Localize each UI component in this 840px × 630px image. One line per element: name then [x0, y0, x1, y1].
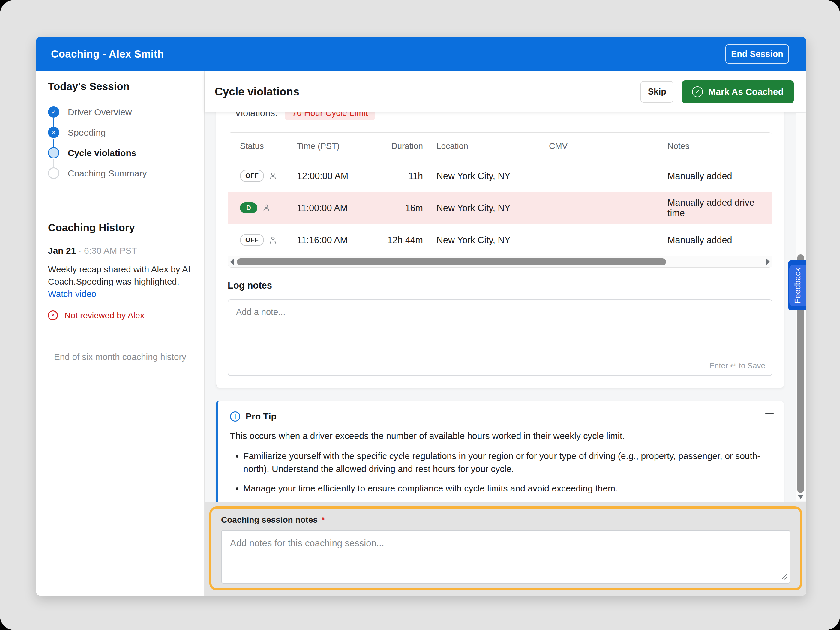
pro-tip-card: i Pro Tip This occurs when a driver exce… — [216, 401, 784, 502]
scroll-viewport: Violations: 70 Hour Cycle Limit Status T… — [205, 112, 807, 502]
time-cell: 11:00:00 AM — [297, 203, 387, 213]
sidebar: Today's Session ✓ Driver Overview ✕ Spee… — [36, 71, 205, 595]
table-row[interactable]: OFF 12:00:00 AM 11h New York City, NY Ma… — [228, 159, 772, 192]
skip-button[interactable]: Skip — [641, 81, 674, 103]
coaching-window: Coaching - Alex Smith End Session Today'… — [36, 36, 807, 595]
hos-log-table: Status Time (PST) Duration Location CMV … — [228, 132, 772, 268]
table-header-row: Status Time (PST) Duration Location CMV … — [228, 133, 772, 159]
coaching-history-heading: Coaching History — [48, 222, 192, 234]
status-cell: OFF — [240, 234, 297, 246]
step-connector — [53, 118, 54, 127]
step-coaching-summary[interactable]: Coaching Summary — [48, 167, 192, 188]
scroll-left-arrow-icon[interactable] — [230, 259, 234, 265]
session-notes-highlight-box: Coaching session notes * — [209, 507, 802, 591]
session-notes-label: Coaching session notes — [221, 515, 318, 524]
violations-label: Violations: — [235, 112, 278, 118]
driver-person-icon — [268, 235, 278, 245]
violations-card: Violations: 70 Hour Cycle Limit Status T… — [216, 112, 784, 388]
todays-session-heading: Today's Session — [48, 81, 192, 92]
info-icon: i — [230, 411, 240, 422]
log-notes-field-wrap: Enter ↵ to Save — [228, 299, 772, 376]
step-label: Speeding — [68, 126, 106, 138]
violations-row: Violations: 70 Hour Cycle Limit — [235, 112, 784, 120]
step-connector — [53, 159, 54, 168]
pro-tip-list: Familiarize yourself with the specific c… — [233, 449, 771, 495]
scroll-right-arrow-icon[interactable] — [766, 259, 770, 265]
table-horizontal-scrollbar[interactable] — [228, 256, 772, 267]
step-connector — [53, 139, 54, 148]
duration-cell: 11h — [387, 171, 423, 181]
required-asterisk: * — [322, 515, 325, 524]
window-body: Today's Session ✓ Driver Overview ✕ Spee… — [36, 71, 807, 595]
step-upcoming-icon — [48, 167, 59, 179]
duration-cell: 16m — [387, 203, 423, 213]
status-off-badge: OFF — [240, 234, 264, 246]
location-cell: New York City, NY — [423, 203, 549, 213]
session-stepper: ✓ Driver Overview ✕ Speeding Cycle viola… — [48, 106, 192, 188]
notes-cell: Manually added — [668, 235, 772, 245]
history-separator: · — [79, 246, 82, 256]
notes-cell: Manually added — [668, 171, 772, 181]
session-notes-input[interactable] — [222, 531, 790, 583]
log-notes-input[interactable] — [228, 300, 772, 375]
history-summary: Weekly recap shared with Alex by AI Coac… — [48, 263, 192, 288]
log-notes-heading: Log notes — [228, 280, 772, 291]
pro-tip-intro: This occurs when a driver exceeds the nu… — [230, 429, 771, 442]
col-location: Location — [423, 141, 549, 151]
location-cell: New York City, NY — [423, 171, 549, 181]
scroll-down-arrow-icon[interactable] — [798, 495, 804, 499]
col-status: Status — [240, 141, 297, 151]
pro-tip-title: Pro Tip — [246, 411, 276, 422]
col-duration: Duration — [387, 141, 423, 151]
step-cycle-violations[interactable]: Cycle violations — [48, 147, 192, 167]
mark-as-coached-label: Mark As Coached — [708, 87, 783, 97]
pro-tip-header: i Pro Tip — [230, 411, 771, 422]
session-notes-label-row: Coaching session notes * — [221, 515, 791, 525]
step-current-icon — [48, 147, 59, 158]
check-circle-icon: ✓ — [692, 87, 703, 97]
end-session-button[interactable]: End Session — [725, 44, 789, 63]
table-row[interactable]: OFF 11:16:00 AM 12h 44m New York City, N… — [228, 224, 772, 256]
history-entry-meta: Jan 21 · 6:30 AM PST — [48, 246, 192, 256]
step-label: Driver Overview — [68, 106, 132, 117]
location-cell: New York City, NY — [423, 235, 549, 245]
titlebar: Coaching - Alex Smith End Session — [36, 36, 807, 71]
end-of-history-label: End of six month coaching history — [48, 352, 192, 362]
history-date: Jan 21 — [48, 246, 76, 256]
session-notes-field-wrap — [221, 530, 791, 584]
col-time: Time (PST) — [297, 141, 387, 151]
session-notes-strip: Coaching session notes * — [205, 502, 807, 595]
window-title: Coaching - Alex Smith — [51, 48, 164, 60]
step-completed-check-icon: ✓ — [48, 106, 59, 118]
mark-as-coached-button[interactable]: ✓ Mark As Coached — [682, 81, 794, 103]
step-label: Coaching Summary — [68, 167, 147, 178]
history-review-status: ✕ Not reviewed by Alex — [48, 311, 192, 321]
page-background: Coaching - Alex Smith End Session Today'… — [0, 0, 840, 630]
table-row-violation[interactable]: D 11:00:00 AM 16m New York City, NY Manu… — [228, 192, 772, 224]
step-failed-x-icon: ✕ — [48, 126, 59, 138]
violation-type-badge: 70 Hour Cycle Limit — [285, 112, 374, 120]
feedback-tab-label: Feedback — [793, 268, 802, 303]
status-cell: D — [240, 202, 297, 213]
step-driver-overview[interactable]: ✓ Driver Overview — [48, 106, 192, 126]
header-actions: Skip ✓ Mark As Coached — [641, 81, 794, 103]
main-panel: Cycle violations Skip ✓ Mark As Coached … — [205, 71, 807, 595]
step-label: Cycle violations — [68, 147, 136, 158]
time-cell: 12:00:00 AM — [297, 171, 387, 181]
status-drive-badge: D — [240, 202, 257, 213]
horizontal-scroll-thumb[interactable] — [237, 258, 666, 265]
history-time: 6:30 AM PST — [84, 246, 137, 256]
col-notes: Notes — [668, 141, 772, 151]
status-off-badge: OFF — [240, 170, 264, 182]
duration-cell: 12h 44m — [387, 235, 423, 245]
watch-video-link[interactable]: Watch video — [48, 289, 96, 299]
time-cell: 11:16:00 AM — [297, 235, 387, 245]
pro-tip-bullet: Familiarize yourself with the specific c… — [243, 449, 771, 475]
feedback-tab[interactable]: Feedback — [789, 265, 807, 306]
main-header: Cycle violations Skip ✓ Mark As Coached — [205, 71, 807, 112]
pro-tip-bullet: Manage your time efficiently to ensure c… — [243, 482, 771, 495]
status-cell: OFF — [240, 170, 297, 182]
step-speeding[interactable]: ✕ Speeding — [48, 126, 192, 147]
sidebar-divider — [48, 205, 192, 205]
collapse-minus-icon[interactable] — [765, 413, 774, 414]
